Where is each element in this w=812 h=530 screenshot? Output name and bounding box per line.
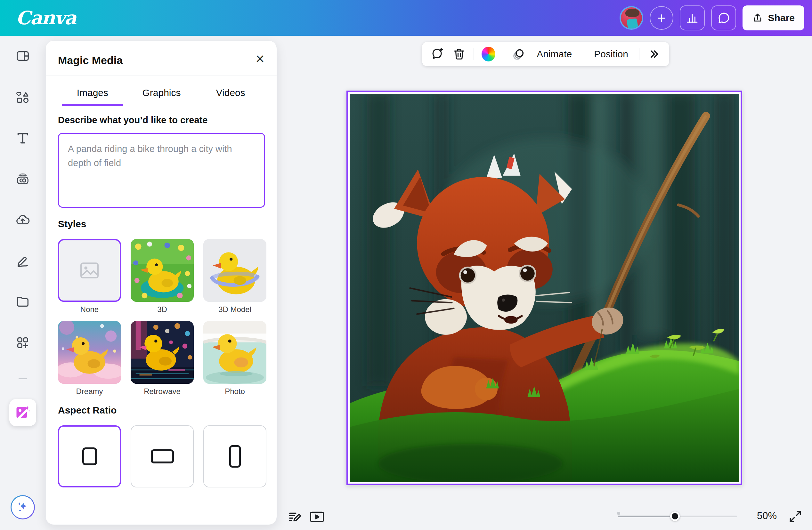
style-label: None bbox=[81, 305, 99, 314]
close-icon: ✕ bbox=[255, 53, 265, 66]
tab-images[interactable]: Images bbox=[58, 80, 127, 106]
present-button[interactable] bbox=[309, 510, 325, 524]
duck-retrowave-art bbox=[131, 321, 194, 384]
style-option-photo[interactable]: Photo bbox=[203, 321, 266, 396]
style-thumb-dreamy[interactable] bbox=[58, 321, 121, 384]
image-placeholder-icon bbox=[59, 240, 120, 300]
style-option-none[interactable]: None bbox=[58, 239, 121, 314]
aspect-ratio-grid bbox=[58, 425, 266, 487]
sidebar-item-elements[interactable] bbox=[15, 90, 30, 105]
styles-heading: Styles bbox=[58, 219, 86, 230]
sidebar-item-magic-media[interactable] bbox=[9, 399, 36, 426]
present-play-icon bbox=[309, 510, 325, 524]
magic-media-panel: Magic Media ✕ Images Graphics Videos Des… bbox=[45, 40, 277, 525]
ai-assistant-button[interactable] bbox=[11, 495, 35, 519]
delete-button[interactable] bbox=[452, 47, 466, 61]
style-label: Retrowave bbox=[144, 387, 180, 396]
style-label: Dreamy bbox=[76, 387, 103, 396]
aspect-option-square[interactable] bbox=[58, 425, 121, 487]
duck-photo-art bbox=[203, 321, 266, 384]
style-thumb-3d-model[interactable] bbox=[203, 239, 266, 302]
sidebar-divider bbox=[18, 378, 27, 379]
add-member-button[interactable]: + bbox=[650, 6, 673, 30]
magic-media-icon bbox=[14, 404, 31, 421]
expand-icon bbox=[788, 510, 802, 524]
zoom-fit-marker bbox=[617, 512, 620, 515]
sidebar-item-projects[interactable] bbox=[15, 294, 30, 309]
animate-button-icon[interactable] bbox=[511, 47, 526, 61]
duck-3d-model-art bbox=[203, 239, 266, 302]
notes-icon bbox=[288, 510, 302, 524]
style-label: Photo bbox=[225, 387, 245, 396]
sidebar-item-apps[interactable] bbox=[15, 335, 30, 350]
tab-graphics[interactable]: Graphics bbox=[127, 80, 196, 106]
avatar[interactable] bbox=[620, 6, 643, 30]
sidebar-item-design[interactable] bbox=[15, 49, 30, 63]
aspect-ratio-heading: Aspect Ratio bbox=[58, 405, 117, 416]
share-label: Share bbox=[768, 13, 795, 24]
sidebar-item-text[interactable] bbox=[15, 131, 30, 146]
toolbar-divider bbox=[583, 48, 583, 60]
style-option-dreamy[interactable]: Dreamy bbox=[58, 321, 121, 396]
plus-icon: + bbox=[657, 11, 666, 25]
comment-bubble-icon bbox=[717, 11, 730, 25]
bar-chart-icon bbox=[686, 12, 699, 24]
position-button[interactable]: Position bbox=[591, 49, 632, 60]
zoom-slider-knob[interactable] bbox=[670, 512, 680, 521]
canva-editor: Canva + Share bbox=[0, 0, 812, 530]
comment-add-button[interactable] bbox=[430, 47, 445, 61]
comment-add-icon bbox=[430, 47, 445, 61]
share-button[interactable]: Share bbox=[742, 5, 804, 30]
panel-divider bbox=[46, 75, 277, 76]
comments-button[interactable] bbox=[711, 5, 736, 30]
style-option-retrowave[interactable]: Retrowave bbox=[131, 321, 194, 396]
style-option-3d-model[interactable]: 3D Model bbox=[203, 239, 266, 314]
color-wheel-button[interactable] bbox=[481, 47, 495, 61]
canva-logo[interactable]: Canva bbox=[16, 7, 76, 29]
tab-videos[interactable]: Videos bbox=[196, 80, 265, 106]
sidebar-item-brand[interactable] bbox=[15, 172, 30, 187]
toolbar-divider bbox=[503, 48, 503, 60]
style-label: 3D Model bbox=[218, 305, 251, 314]
fullscreen-button[interactable] bbox=[788, 510, 802, 524]
more-options-button[interactable] bbox=[647, 47, 661, 61]
duck-3d-art bbox=[131, 239, 194, 302]
styles-grid: None bbox=[58, 239, 266, 396]
square-ratio-icon bbox=[82, 447, 97, 465]
sparkle-icon bbox=[16, 500, 30, 514]
style-thumb-retrowave[interactable] bbox=[131, 321, 194, 384]
landscape-ratio-icon bbox=[151, 450, 174, 463]
panel-title: Magic Media bbox=[58, 54, 122, 67]
zoom-slider[interactable] bbox=[618, 516, 737, 517]
prompt-input[interactable] bbox=[58, 133, 265, 208]
sidebar bbox=[0, 36, 45, 530]
sidebar-item-uploads[interactable] bbox=[15, 212, 30, 227]
notes-button[interactable] bbox=[288, 510, 302, 524]
aspect-option-portrait[interactable] bbox=[203, 425, 266, 487]
red-panda-generated-image bbox=[350, 94, 739, 482]
describe-label: Describe what you’d like to create bbox=[58, 115, 207, 126]
style-thumb-photo[interactable] bbox=[203, 321, 266, 384]
sidebar-item-draw[interactable] bbox=[15, 253, 30, 268]
duck-dreamy-art bbox=[58, 321, 121, 384]
toolbar-divider bbox=[474, 48, 474, 60]
insights-button[interactable] bbox=[680, 5, 705, 30]
style-label: 3D bbox=[157, 305, 167, 314]
zoom-percentage[interactable]: 50% bbox=[752, 510, 781, 522]
animate-icon bbox=[511, 47, 526, 61]
trash-icon bbox=[452, 47, 466, 61]
share-upload-icon bbox=[752, 13, 763, 24]
canvas-page-selected-image[interactable] bbox=[346, 91, 742, 485]
aspect-option-landscape[interactable] bbox=[131, 425, 194, 487]
style-option-3d[interactable]: 3D bbox=[131, 239, 194, 314]
panel-tabs: Images Graphics Videos bbox=[58, 80, 265, 106]
animate-button[interactable]: Animate bbox=[534, 49, 575, 60]
top-bar: Canva + Share bbox=[0, 0, 812, 36]
selection-toolbar: Animate Position bbox=[422, 42, 669, 66]
style-thumb-none[interactable] bbox=[58, 239, 121, 302]
close-button[interactable]: ✕ bbox=[252, 51, 268, 67]
toolbar-divider bbox=[639, 48, 639, 60]
chevrons-right-icon bbox=[648, 48, 660, 60]
style-thumb-3d[interactable] bbox=[131, 239, 194, 302]
portrait-ratio-icon bbox=[229, 445, 241, 468]
